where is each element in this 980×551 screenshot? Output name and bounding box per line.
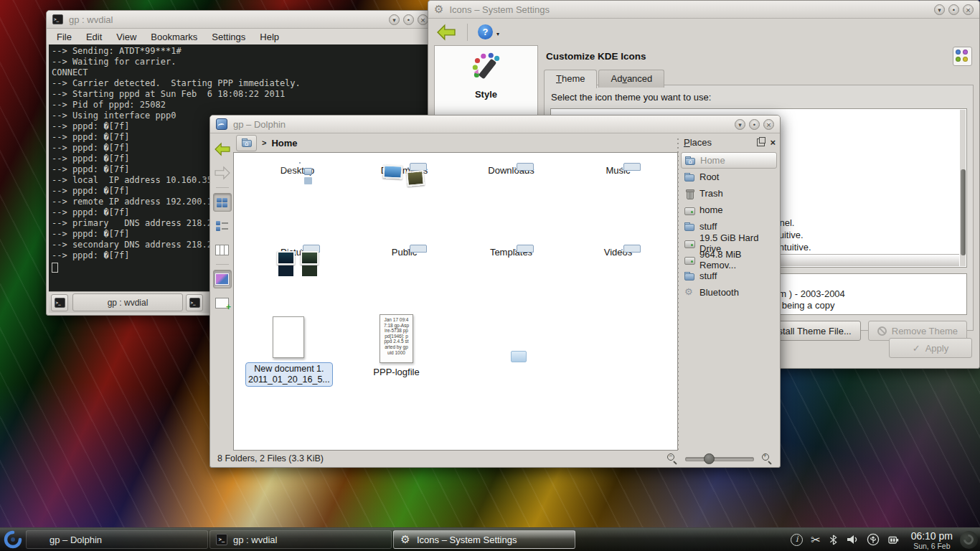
maximize-button[interactable]: • [948, 4, 959, 15]
places-item[interactable]: Bluetooth [681, 284, 777, 301]
taskbar-task-button[interactable]: gp : wvdial [209, 530, 392, 549]
zoom-out-button[interactable] [666, 453, 678, 464]
menu-item[interactable]: View [116, 32, 136, 42]
menu-item[interactable]: Edit [86, 32, 102, 42]
close-button[interactable]: × [418, 14, 428, 25]
folder-item[interactable]: Public [351, 242, 458, 324]
klipper-scissors-icon[interactable]: ✂ [811, 533, 820, 547]
panel-cashew-icon[interactable] [960, 531, 978, 549]
battery-icon[interactable] [887, 534, 900, 546]
place-label: Bluetooth [699, 287, 739, 298]
file-item-new-document[interactable]: New document 1. 2011_01_20_16_5... [245, 316, 331, 387]
system-tray: i ✂ [785, 528, 905, 551]
taskbar-task-button[interactable]: gp – Dolphin [26, 530, 208, 549]
menu-item[interactable]: Bookmarks [151, 32, 197, 42]
task-icon [216, 534, 227, 545]
menu-item[interactable]: File [57, 32, 72, 42]
columns-view-button[interactable] [213, 240, 232, 259]
terminal-line: CONNECT [52, 67, 429, 78]
folder-item[interactable]: Pictures [244, 242, 351, 324]
icons-view-button[interactable] [213, 193, 232, 212]
preview-button[interactable] [213, 270, 232, 288]
breadcrumb-home-label[interactable]: Home [271, 138, 297, 149]
folder-item[interactable]: Downloads [458, 160, 565, 242]
minimize-button[interactable]: ▾ [735, 119, 745, 130]
clock-date: Sun, 6 Feb [911, 542, 953, 550]
breadcrumb-separator-icon: > [262, 138, 266, 147]
place-label: Root [699, 171, 719, 182]
dolphin-window: gp – Dolphin ▾ • × > Home [209, 115, 781, 468]
system-settings-app-icon [434, 3, 443, 16]
forward-arrow-icon [214, 166, 231, 180]
back-button[interactable] [435, 24, 457, 41]
menu-item[interactable]: Settings [212, 32, 245, 42]
scrollbar-thumb[interactable] [961, 169, 966, 255]
tab-theme[interactable]: Theme [544, 70, 597, 88]
close-button[interactable]: × [763, 119, 774, 130]
maximize-button[interactable]: • [749, 119, 760, 130]
desktop: gp : wvdial ▾ • × FileEditViewBookmarksS… [0, 0, 980, 551]
tab-advanced[interactable]: Advanced [598, 70, 664, 88]
toolbar-separator [467, 24, 468, 41]
places-item[interactable]: Root [681, 169, 777, 185]
place-label: Home [700, 155, 725, 166]
dolphin-titlebar[interactable]: gp – Dolphin ▾ • × [210, 116, 780, 133]
zoom-slider[interactable] [685, 453, 754, 464]
maximize-button[interactable]: • [403, 14, 414, 25]
zoom-slider-handle[interactable] [704, 453, 715, 464]
digital-clock[interactable]: 06:10 pm Sun, 6 Feb [905, 528, 958, 551]
apply-button[interactable]: ✓ Apply [889, 338, 972, 358]
usb-device-icon[interactable] [867, 533, 880, 546]
breadcrumb-home-button[interactable] [236, 135, 257, 151]
forward-button[interactable] [213, 164, 232, 182]
scrollbar[interactable] [960, 110, 966, 266]
panel-resize-handle[interactable] [677, 137, 679, 450]
folder-label: Public [351, 247, 458, 258]
close-button[interactable]: × [963, 4, 974, 15]
dolphin-title: gp – Dolphin [233, 119, 286, 130]
kde-launcher-button[interactable] [0, 528, 26, 551]
folder-item[interactable]: Music [565, 160, 672, 242]
menu-item[interactable]: Help [260, 32, 279, 42]
folder-item[interactable]: Videos [565, 242, 672, 324]
dolphin-app-icon [216, 118, 227, 130]
volume-icon[interactable] [846, 534, 859, 545]
settings-tabs: Theme Advanced [544, 70, 666, 88]
icons-view-icon [217, 198, 227, 207]
dolphin-statusbar: 8 Folders, 2 Files (3.3 KiB) [212, 451, 778, 466]
split-view-button[interactable] [213, 293, 232, 312]
terminal-tab[interactable]: gp : wvdial [72, 293, 183, 311]
folder-item[interactable]: Documents [351, 160, 458, 242]
terminal-icon [189, 298, 200, 308]
sidebar-item-style[interactable]: Style [435, 46, 537, 100]
places-item[interactable]: Home [681, 152, 777, 169]
place-label: stuff [699, 221, 717, 232]
file-item-ppp-logfile[interactable]: Jan 17 09:47:18 gp-Aspire-5738 pppd[1946… [343, 314, 450, 377]
folder-view[interactable]: Desktop Documents Downloads Music [233, 152, 678, 451]
split-tab-button[interactable] [186, 294, 203, 311]
overview-button[interactable] [953, 47, 972, 66]
details-view-button[interactable] [213, 217, 232, 235]
bluetooth-icon[interactable] [829, 534, 838, 546]
folder-label: Documents [351, 165, 458, 176]
minimize-button[interactable]: ▾ [934, 4, 945, 15]
system-settings-titlebar[interactable]: Icons – System Settings ▾ • × [428, 1, 979, 19]
notifications-icon[interactable]: i [791, 534, 803, 546]
system-settings-toolbar: ? [428, 19, 979, 45]
places-item[interactable]: Trash [681, 185, 777, 202]
task-icon [32, 534, 44, 545]
terminal-titlebar[interactable]: gp : wvdial ▾ • × [47, 11, 434, 29]
new-tab-button[interactable] [51, 294, 68, 311]
close-panel-icon[interactable]: × [770, 139, 776, 146]
places-item[interactable]: home [681, 202, 777, 218]
minimize-button[interactable]: ▾ [389, 14, 400, 25]
float-panel-icon[interactable] [757, 138, 765, 146]
help-button[interactable]: ? [478, 24, 493, 39]
taskbar-task-button[interactable]: Icons – System Settings [393, 530, 575, 549]
back-button[interactable] [213, 140, 232, 159]
folder-item[interactable]: Desktop [244, 160, 351, 242]
folder-item[interactable]: Templates [458, 242, 565, 324]
task-label: gp – Dolphin [50, 534, 102, 545]
places-item[interactable]: 964.8 MiB Remov... [681, 251, 777, 268]
zoom-in-button[interactable] [761, 453, 773, 464]
